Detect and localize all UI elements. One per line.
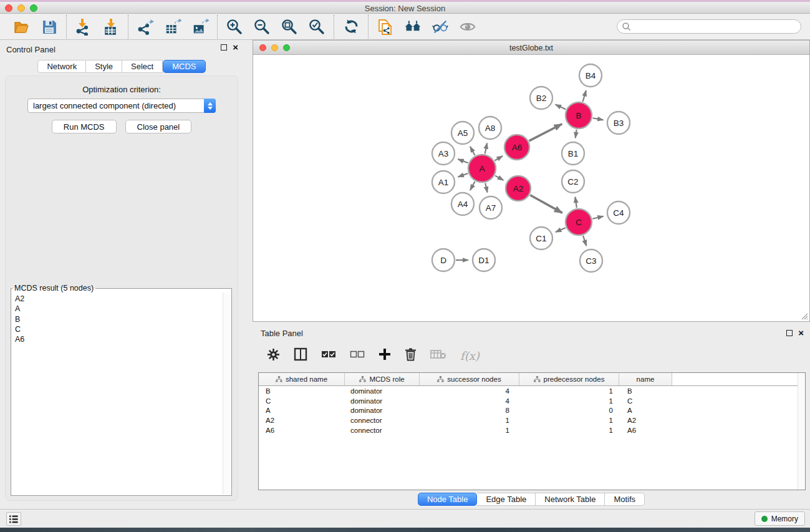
- graph-node-D1[interactable]: D1: [473, 249, 495, 271]
- graph-node-C3[interactable]: C3: [580, 249, 602, 272]
- graph-edge-C-C4[interactable]: [592, 216, 603, 219]
- graph-edge-A6-B[interactable]: [529, 124, 562, 141]
- refresh-icon[interactable]: [342, 18, 360, 36]
- graph-node-C1[interactable]: C1: [530, 227, 552, 249]
- deselect-all-checkboxes-icon[interactable]: [350, 350, 365, 361]
- import-table-icon[interactable]: [102, 18, 120, 36]
- table-row[interactable]: Cdominator41C: [259, 396, 805, 406]
- graph-node-A8[interactable]: A8: [479, 117, 501, 139]
- column-header-name[interactable]: name: [619, 373, 672, 385]
- network-canvas[interactable]: AA1A2A3A4A5A6A7A8BB1B2B3B4CC1C2C3C4DD1: [253, 55, 809, 321]
- graph-node-B1[interactable]: B1: [562, 142, 584, 165]
- result-list-scrollbar[interactable]: [223, 293, 231, 495]
- column-table-icon[interactable]: [294, 347, 307, 364]
- graph-node-A6[interactable]: A6: [504, 135, 529, 160]
- cybrowser-home-icon[interactable]: [404, 18, 422, 36]
- criterion-dropdown[interactable]: largest connected component (directed): [27, 99, 216, 113]
- memory-button[interactable]: Memory: [755, 511, 805, 526]
- graph-node-A1[interactable]: A1: [432, 171, 455, 193]
- tab-network-table[interactable]: Network Table: [536, 493, 605, 506]
- tab-edge-table[interactable]: Edge Table: [477, 493, 536, 506]
- mcds-result-item[interactable]: A6: [15, 334, 228, 344]
- graph-edge-A2-C[interactable]: [530, 195, 562, 213]
- mcds-result-item[interactable]: A: [15, 304, 228, 314]
- graph-node-B3[interactable]: B3: [607, 112, 630, 134]
- clone-network-icon[interactable]: [377, 18, 394, 36]
- graph-node-C2[interactable]: C2: [562, 170, 584, 193]
- graph-edge-C-C1[interactable]: [556, 228, 566, 232]
- mcds-result-item[interactable]: A2: [15, 294, 228, 304]
- mcds-result-item[interactable]: B: [15, 314, 228, 324]
- graph-edge-B-B2[interactable]: [556, 105, 566, 110]
- graph-edge-B-B3[interactable]: [593, 118, 604, 120]
- table-row[interactable]: A6connector11A6: [259, 425, 805, 435]
- import-network-icon[interactable]: [75, 18, 92, 36]
- mcds-result-list[interactable]: A2 A B C A6: [11, 293, 231, 495]
- graph-edge-A-A5[interactable]: [470, 147, 475, 155]
- function-builder-icon[interactable]: f(x): [460, 349, 480, 362]
- export-image-icon[interactable]: [191, 18, 209, 36]
- graph-edge-A-A8[interactable]: [485, 143, 487, 154]
- hide-glasses-icon[interactable]: [432, 18, 449, 36]
- graph-edge-A-A2[interactable]: [495, 176, 503, 180]
- delete-table-icon[interactable]: [430, 349, 446, 362]
- graph-node-B2[interactable]: B2: [530, 87, 552, 109]
- mcds-result-item[interactable]: C: [15, 324, 228, 334]
- delete-column-icon[interactable]: [405, 347, 417, 364]
- export-table-icon[interactable]: [164, 18, 181, 36]
- column-header-mcds-role[interactable]: MCDS role: [345, 373, 420, 385]
- zoom-selected-icon[interactable]: [308, 18, 325, 36]
- tab-style[interactable]: Style: [86, 60, 122, 73]
- table-row[interactable]: Adominator80A: [259, 406, 805, 416]
- graph-edge-A-A3[interactable]: [458, 159, 468, 163]
- graph-edge-B-B4[interactable]: [583, 90, 586, 102]
- show-eye-icon[interactable]: [459, 18, 476, 36]
- graph-node-A5[interactable]: A5: [451, 122, 474, 144]
- graph-edge-C-C2[interactable]: [575, 197, 576, 208]
- close-panel-icon[interactable]: ×: [233, 44, 238, 51]
- graph-node-A3[interactable]: A3: [432, 142, 455, 165]
- graph-edge-A-A6[interactable]: [495, 156, 503, 161]
- graph-node-A7[interactable]: A7: [480, 196, 502, 219]
- run-mcds-button[interactable]: Run MCDS: [52, 120, 117, 133]
- graph-edge-C-C3[interactable]: [583, 236, 586, 246]
- open-file-icon[interactable]: [13, 18, 31, 36]
- graph-edge-A-A7[interactable]: [485, 183, 487, 192]
- column-header-successor-nodes[interactable]: successor nodes: [420, 373, 519, 385]
- tab-mcds[interactable]: MCDS: [163, 60, 205, 73]
- network-graph[interactable]: AA1A2A3A4A5A6A7A8BB1B2B3B4CC1C2C3C4DD1: [253, 55, 809, 321]
- graph-node-A2[interactable]: A2: [506, 176, 531, 201]
- tab-network[interactable]: Network: [37, 60, 86, 73]
- graph-edge-A-A4[interactable]: [470, 181, 475, 190]
- gear-icon[interactable]: [267, 348, 280, 364]
- select-all-checkboxes-icon[interactable]: [321, 350, 336, 361]
- save-session-icon[interactable]: [41, 18, 58, 36]
- task-history-button[interactable]: [6, 512, 21, 526]
- graph-node-B[interactable]: B: [566, 102, 592, 128]
- tab-select[interactable]: Select: [122, 60, 163, 73]
- graph-edge-A-A1[interactable]: [458, 173, 468, 177]
- zoom-out-icon[interactable]: [253, 18, 271, 36]
- column-header-predecessor-nodes[interactable]: predecessor nodes: [519, 373, 619, 385]
- close-table-panel-icon[interactable]: ×: [798, 330, 804, 336]
- zoom-fit-icon[interactable]: [281, 18, 298, 36]
- graph-edge-B-B1[interactable]: [576, 130, 577, 138]
- tab-node-table[interactable]: Node Table: [418, 493, 478, 506]
- table-row[interactable]: A2connector11A2: [259, 415, 805, 425]
- table-scrollbar[interactable]: [798, 373, 805, 490]
- graph-node-C[interactable]: C: [566, 209, 592, 235]
- add-column-icon[interactable]: [378, 348, 391, 363]
- tab-motifs[interactable]: Motifs: [605, 493, 645, 506]
- graph-node-B4[interactable]: B4: [579, 64, 602, 87]
- float-table-panel-icon[interactable]: [786, 330, 793, 336]
- search-input[interactable]: [617, 19, 801, 34]
- graph-node-A[interactable]: A: [468, 155, 496, 182]
- graph-node-C4[interactable]: C4: [607, 201, 630, 224]
- close-panel-button[interactable]: Close panel: [125, 120, 192, 133]
- graph-node-D[interactable]: D: [432, 249, 455, 271]
- export-network-icon[interactable]: [137, 18, 154, 36]
- graph-node-A4[interactable]: A4: [451, 193, 474, 215]
- zoom-in-icon[interactable]: [226, 18, 243, 36]
- column-header-shared-name[interactable]: shared name: [259, 373, 345, 385]
- table-row[interactable]: Bdominator41B: [259, 386, 805, 396]
